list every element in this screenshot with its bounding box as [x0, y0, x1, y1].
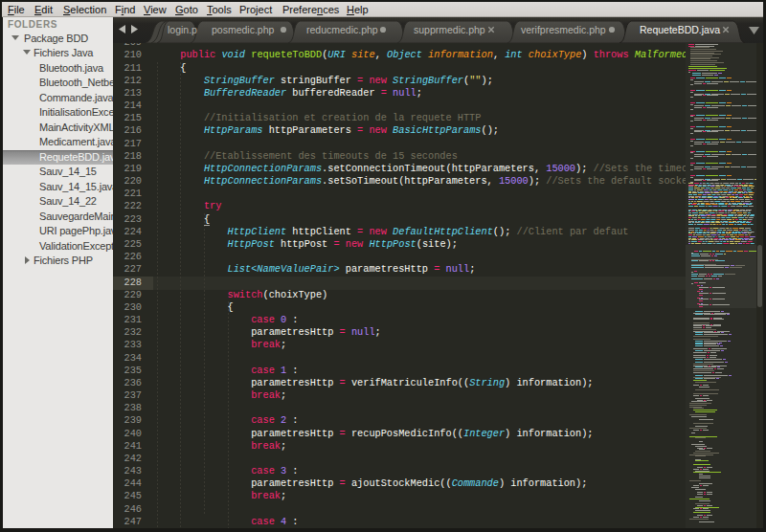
svg-text:posmedic.php: posmedic.php	[212, 24, 275, 35]
svg-text:RequeteBDD.java: RequeteBDD.java	[640, 24, 720, 35]
svg-text:verifpresmedic.php: verifpresmedic.php	[521, 24, 606, 35]
svg-text:reducmedic.php: reducmedic.php	[306, 24, 378, 35]
svg-text:login.p: login.p	[168, 24, 197, 35]
svg-text:supprmedic.php: supprmedic.php	[414, 24, 485, 35]
